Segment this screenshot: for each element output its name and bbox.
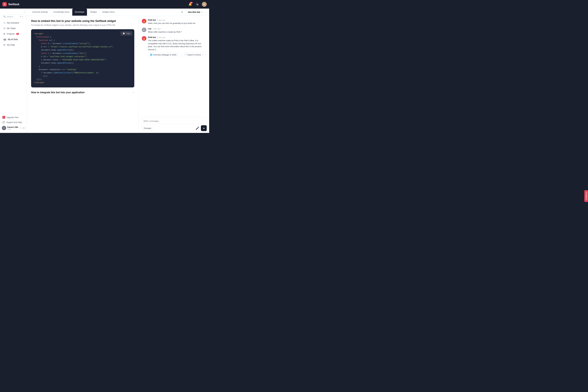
copy-icon: 📋 — [123, 32, 125, 34]
message-time: 5 days ago — [152, 28, 161, 30]
chat-message: 🔥 Polti bot 5 days ago Hello, here you c… — [142, 19, 206, 25]
message-text: Hello, here you can test me gradually as… — [148, 22, 206, 25]
export-gdocs-button[interactable]: 📄 Export to GDocs → — [182, 52, 206, 57]
sidebar-bottom: + Upgrade Plan 💬 Support and Help K Kare… — [0, 113, 27, 132]
app-name: Swiftask — [8, 3, 20, 6]
search-placeholder: Search ... — [6, 16, 19, 18]
settings-icon[interactable]: ⚙ — [23, 127, 25, 129]
message-input[interactable] — [144, 120, 204, 122]
sidebar-item-projects[interactable]: ⊞ Projects 2 — [1, 31, 26, 36]
use-bot-button[interactable]: Use this bot → — [185, 10, 206, 15]
tabs-bar: General settings Knowledge base Develope… — [27, 8, 209, 16]
message-sender: Polti bot — [148, 19, 156, 21]
support-and-help-button[interactable]: 💬 Support and Help — [0, 120, 27, 125]
main-layout: « 🔍 Search ... ⌘+K ▭ My Assistant ☑ My T… — [0, 8, 209, 133]
support-label: Support and Help — [6, 121, 22, 124]
support-icon: 💬 — [2, 121, 5, 124]
tab-widget[interactable]: Widget — [88, 8, 99, 16]
ai-bots-icon: 🤖 — [3, 38, 6, 41]
developer-heading: How to embed this bot in your website us… — [31, 20, 134, 23]
message-sender: Lee — [148, 28, 151, 30]
sidebar: « 🔍 Search ... ⌘+K ▭ My Assistant ☑ My T… — [0, 8, 27, 133]
copy-button[interactable]: 📋 Copy — [121, 32, 132, 35]
message-content: Lee 5 days ago What coffe machine is mad… — [148, 28, 206, 34]
tab-knowledge-base[interactable]: Knowledge base — [51, 8, 72, 16]
my-data-icon: ⊟ — [3, 44, 5, 46]
message-header: Lee 5 days ago — [148, 28, 206, 30]
message-content: Polti bot 5 days ago Hello, here you can… — [148, 19, 206, 25]
workspace-area[interactable]: K Karen's Wo Free ∨ ⚙ — [0, 125, 27, 132]
message-time: 5 days ago — [157, 36, 166, 38]
send-button[interactable]: ➤ — [201, 125, 207, 131]
message-text: The coffee machine made by Polti is the … — [148, 39, 206, 51]
message-header: Polti bot 5 days ago — [148, 36, 206, 38]
developer-panel: How to embed this bot in your website us… — [27, 16, 139, 133]
my-assistant-icon: ▭ — [3, 22, 6, 24]
workspace-avatar: K — [2, 126, 6, 130]
sidebar-item-label: My AI bots — [8, 38, 18, 40]
sidebar-item-my-tasks[interactable]: ☑ My Tasks — [1, 26, 26, 31]
chat-input-box — [141, 118, 207, 124]
sidebar-item-label: Projects — [7, 32, 15, 35]
summary-action-button[interactable]: 🌐 Summary webpage or article → — [148, 52, 181, 57]
export-label: Export to GDocs — [188, 54, 201, 56]
chat-messages: 🔥 Polti bot 5 days ago Hello, here you c… — [139, 16, 209, 116]
use-bot-label: Use this bot — [188, 11, 200, 13]
tabs-left: General settings Knowledge base Develope… — [30, 8, 117, 16]
chat-message: 🔥 Polti bot 5 days ago The coffee machin… — [142, 36, 206, 57]
user-avatar[interactable]: K — [202, 2, 207, 7]
summary-icon: 🌐 — [150, 54, 152, 56]
sidebar-collapse-button[interactable]: « — [0, 10, 27, 14]
tab-widget-inbox[interactable]: Widget inbox — [100, 8, 117, 16]
search-icon: 🔍 — [3, 16, 6, 18]
summary-arrow-icon: → — [177, 54, 179, 56]
top-header: S Swiftask 🔔 54 🌤 K — [0, 0, 209, 8]
sidebar-item-my-data[interactable]: ⊟ My Data — [1, 42, 26, 48]
upgrade-icon: + — [2, 116, 5, 119]
notifications-button[interactable]: 🔔 54 — [188, 2, 193, 7]
tab-developer[interactable]: Developer — [72, 8, 87, 16]
logo-area: S Swiftask — [2, 2, 20, 6]
notification-badge: 54 — [190, 2, 193, 4]
code-block: 📋 Copy <script> (function() { function a… — [31, 29, 134, 88]
section2-title[interactable]: How to integrate this bot into your appl… — [31, 91, 134, 94]
sidebar-item-my-assistant[interactable]: ▭ My Assistant — [1, 20, 26, 26]
chat-input-area: Prompts 🎤 ➤ — [139, 116, 209, 133]
search-bar[interactable]: 🔍 Search ... ⌘+K — [1, 14, 26, 19]
refresh-button[interactable]: ↻ — [181, 11, 183, 14]
header-right: 🔔 54 🌤 K — [188, 2, 207, 7]
sidebar-item-label: My Data — [7, 44, 15, 46]
chat-input-bottom: Prompts 🎤 ➤ — [141, 125, 207, 131]
my-tasks-icon: ☑ — [3, 27, 5, 30]
projects-badge: 2 — [16, 33, 19, 35]
send-icon: ➤ — [203, 127, 205, 130]
summary-label: Summary webpage or article — [153, 54, 176, 56]
content-area: General settings Knowledge base Develope… — [27, 8, 209, 133]
projects-icon: ⊞ — [3, 32, 5, 35]
sidebar-item-my-ai-bots[interactable]: 🤖 My AI bots — [1, 37, 26, 42]
main-content: How to embed this bot in your website us… — [27, 16, 209, 133]
export-arrow-icon: → — [202, 54, 204, 56]
upgrade-plan-button[interactable]: + Upgrade Plan — [0, 115, 27, 120]
bot-avatar: 🔥 — [142, 36, 146, 41]
prompts-label: Prompts — [144, 127, 151, 130]
microphone-button[interactable]: 🎤 — [196, 126, 199, 130]
gdocs-icon: 📄 — [184, 54, 187, 56]
tab-general-settings[interactable]: General settings — [30, 8, 50, 16]
developer-subtitle: To include the Swiftask widget in your w… — [31, 24, 134, 26]
sidebar-item-label: My Assistant — [7, 22, 19, 24]
use-bot-arrow-icon: → — [201, 11, 203, 13]
prompts-button[interactable]: Prompts — [141, 126, 154, 130]
bot-avatar: 🔥 — [142, 19, 146, 24]
search-shortcut: ⌘+K — [20, 16, 24, 18]
chat-message: L Lee 5 days ago What coffe machine is m… — [142, 28, 206, 34]
workspace-info: Karen's Wo Free — [7, 126, 19, 130]
code-content: <script> (function() { function a() { co… — [34, 32, 131, 84]
message-time: 5 days ago — [157, 19, 166, 21]
workspace-chevron-icon: ∨ — [20, 127, 22, 129]
collapse-icon: − — [133, 91, 134, 94]
weather-button[interactable]: 🌤 — [195, 2, 200, 7]
copy-label: Copy — [126, 32, 130, 34]
chat-panel: 🔥 Polti bot 5 days ago Hello, here you c… — [139, 16, 209, 133]
sidebar-item-label: My Tasks — [7, 27, 16, 30]
